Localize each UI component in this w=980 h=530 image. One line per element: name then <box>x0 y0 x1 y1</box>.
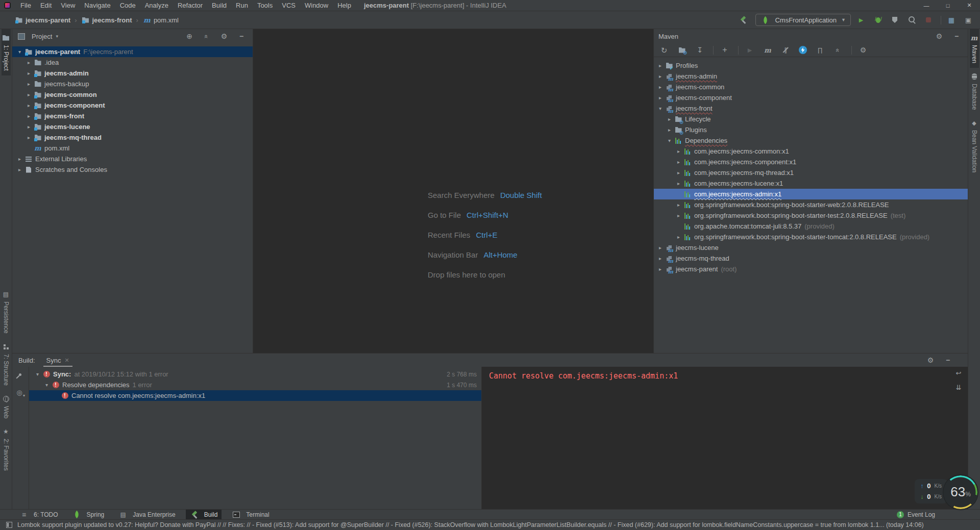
expand-arrow-icon[interactable]: ▸ <box>656 73 665 79</box>
expand-arrow-icon[interactable]: ▸ <box>24 81 33 87</box>
settings-icon[interactable] <box>935 32 944 40</box>
tree-row[interactable]: ▾Sync: at 2019/10/12 15:12 with 1 error2… <box>29 369 481 380</box>
toolwindow-tab-spring[interactable]: Spring <box>68 510 109 520</box>
tree-row[interactable]: ▸Lifecycle <box>654 114 968 124</box>
download-sources-icon[interactable] <box>695 46 704 54</box>
hide-panel-icon[interactable] <box>237 32 246 40</box>
expand-arrow-icon[interactable]: ▸ <box>656 245 665 250</box>
expand-arrow-icon[interactable]: ▸ <box>674 181 683 186</box>
menu-window[interactable]: Window <box>300 0 333 11</box>
menu-tools[interactable]: Tools <box>253 0 277 11</box>
tree-row[interactable]: Cannot resolve com.jeecms:jeecms-admin:x… <box>29 390 481 401</box>
menu-vcs[interactable]: VCS <box>277 0 300 11</box>
menu-view[interactable]: View <box>56 0 80 11</box>
expand-arrow-icon[interactable]: ▸ <box>674 213 683 218</box>
tree-row[interactable]: ▸org.springframework.boot:spring-boot-st… <box>654 199 968 210</box>
tree-row[interactable]: ▸jeecms-common <box>12 89 253 100</box>
expand-arrow-icon[interactable]: ▸ <box>656 63 665 68</box>
expand-arrow-icon[interactable]: ▸ <box>15 167 24 172</box>
expand-arrow-icon[interactable]: ▸ <box>674 170 683 175</box>
search-button[interactable] <box>907 16 916 24</box>
maximize-button[interactable]: □ <box>937 0 959 11</box>
restore-layout-button[interactable] <box>964 16 973 24</box>
show-dependencies-icon[interactable] <box>816 46 825 54</box>
expand-arrow-icon[interactable]: ▸ <box>665 116 674 122</box>
tree-row[interactable]: ▸jeecms-parent(root) <box>654 264 968 274</box>
tree-row[interactable]: ▸jeecms-lucene <box>12 121 253 132</box>
expand-arrow-icon[interactable]: ▸ <box>674 159 683 165</box>
tree-row[interactable]: ▸jeecms-component <box>12 100 253 111</box>
expand-arrow-icon[interactable]: ▸ <box>24 60 33 65</box>
editor-area[interactable]: Search EverywhereDouble ShiftGo to FileC… <box>253 29 653 353</box>
tree-row[interactable]: org.apache.tomcat:tomcat-juli:8.5.37(pro… <box>654 221 968 232</box>
menu-code[interactable]: Code <box>115 0 140 11</box>
tree-row[interactable]: ▸External Libraries <box>12 154 253 164</box>
reimport-icon[interactable] <box>659 46 669 54</box>
stripe-item-maven[interactable]: Maven <box>970 29 979 68</box>
run-button[interactable] <box>856 16 866 24</box>
stripe-item-1-project[interactable]: 1: Project <box>2 29 11 75</box>
project-structure-button[interactable] <box>947 16 956 24</box>
menu-build[interactable]: Build <box>207 0 231 11</box>
expand-arrow-icon[interactable]: ▸ <box>674 202 683 208</box>
tree-row[interactable]: ▸Scratches and Consoles <box>12 164 253 175</box>
locate-file-icon[interactable] <box>185 32 194 40</box>
tree-row[interactable]: ▸jeecms-admin <box>654 71 968 82</box>
toolwindow-toggle-icon[interactable] <box>6 522 12 528</box>
tree-row[interactable]: ▾jeecms-front <box>654 103 968 114</box>
expand-arrow-icon[interactable]: ▸ <box>24 135 33 140</box>
menu-file[interactable]: File <box>16 0 36 11</box>
scroll-to-end-icon[interactable] <box>954 383 963 391</box>
expand-arrow-icon[interactable]: ▸ <box>24 124 33 130</box>
soft-wrap-icon[interactable] <box>954 369 963 377</box>
toolwindow-tab-java-enterprise[interactable]: Java Enterprise <box>114 510 179 520</box>
expand-arrow-icon[interactable]: ▸ <box>24 92 33 97</box>
settings-icon[interactable] <box>926 356 935 364</box>
breadcrumb-item-jeecms-front[interactable]: jeecms-front <box>81 16 132 24</box>
stripe-item-7-structure[interactable]: 7: Structure <box>2 338 11 390</box>
build-hammer-icon[interactable] <box>739 16 748 24</box>
collapse-arrow-icon[interactable]: ▾ <box>656 106 665 111</box>
expand-arrow-icon[interactable]: ▸ <box>656 84 665 90</box>
tree-row[interactable]: ▸jeecms-common <box>654 82 968 92</box>
tree-row[interactable]: ▸jeecms-mq-thread <box>654 253 968 264</box>
memory-indicator[interactable]: 63 % <box>943 475 978 510</box>
tree-row[interactable]: ▸jeecms-lucene <box>654 242 968 253</box>
tree-row[interactable]: ▾Resolve dependencies 1 error1 s 470 ms <box>29 380 481 390</box>
add-maven-project-icon[interactable] <box>720 46 729 54</box>
chevron-down-icon[interactable]: ▾ <box>56 34 58 39</box>
minimize-button[interactable]: — <box>916 0 937 11</box>
stop-button[interactable] <box>924 16 933 24</box>
tree-row[interactable]: ▸org.springframework.boot:spring-boot-st… <box>654 210 968 221</box>
settings-icon[interactable] <box>219 32 229 40</box>
expand-arrow-icon[interactable]: ▸ <box>656 95 665 100</box>
tree-row[interactable]: ▸jeecms-admin <box>12 68 253 79</box>
tree-row[interactable]: ▸.idea <box>12 57 253 68</box>
expand-arrow-icon[interactable]: ▸ <box>15 156 24 162</box>
stripe-item-bean-validation[interactable]: Bean Validation <box>970 114 979 177</box>
expand-arrow-icon[interactable]: ▸ <box>24 103 33 108</box>
generate-sources-icon[interactable] <box>677 46 687 54</box>
expand-arrow-icon[interactable]: ▸ <box>24 70 33 76</box>
menu-refactor[interactable]: Refactor <box>173 0 207 11</box>
collapse-arrow-icon[interactable]: ▾ <box>15 49 24 55</box>
tree-row[interactable]: ▸com.jeecms:jeecms-component:x1 <box>654 157 968 167</box>
tree-row[interactable]: ▸jeecms-front <box>12 111 253 121</box>
expand-arrow-icon[interactable]: ▸ <box>674 234 683 240</box>
offline-mode-icon[interactable] <box>799 46 807 54</box>
expand-arrow-icon[interactable]: ▸ <box>656 256 665 261</box>
collapse-all-icon[interactable] <box>202 32 211 40</box>
debug-button[interactable] <box>873 16 883 24</box>
expand-arrow-icon[interactable]: ▸ <box>674 148 683 154</box>
tree-row[interactable]: ▾jeecms-parent F:\jeecms-parent <box>12 46 253 57</box>
menu-navigate[interactable]: Navigate <box>80 0 115 11</box>
tree-row[interactable]: com.jeecms:jeecms-admin:x1 <box>654 189 968 199</box>
maven-settings-icon[interactable] <box>859 46 868 54</box>
expand-arrow-icon[interactable]: ▸ <box>656 266 665 272</box>
stripe-item-2-favorites[interactable]: 2: Favorites <box>2 423 11 475</box>
filter-messages-icon[interactable] <box>15 388 24 396</box>
hide-panel-icon[interactable] <box>952 32 961 40</box>
event-log[interactable]: 1 Event Log <box>897 511 935 518</box>
menu-help[interactable]: Help <box>333 0 356 11</box>
breadcrumb-item-pom.xml[interactable]: pom.xml <box>142 16 179 24</box>
